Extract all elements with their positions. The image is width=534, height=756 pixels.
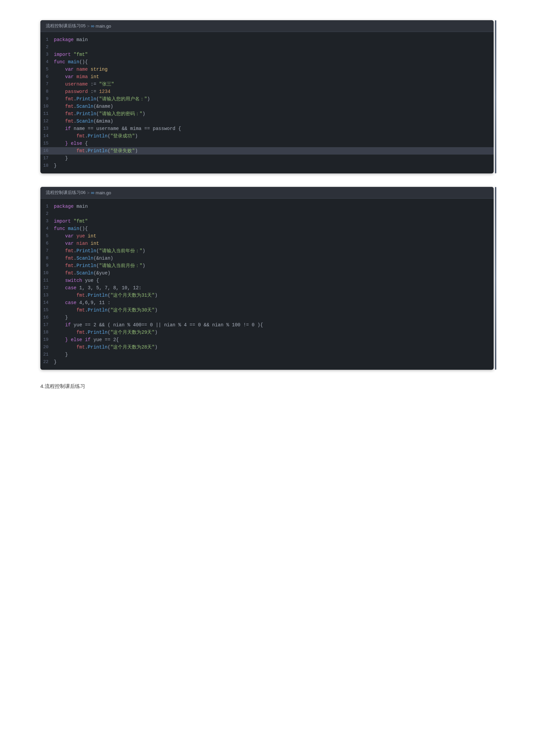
token-plain: . <box>85 293 87 298</box>
code-content-2: 1package main2 3import "fmt"4func main()… <box>40 199 494 370</box>
line-content: fmt.Println("这个月天数为31天") <box>54 292 488 299</box>
token-plain: . <box>74 111 76 117</box>
line-content: fmt.Println("登录失败") <box>54 147 488 155</box>
token-var: password <box>65 89 88 94</box>
token-plain: } <box>54 359 57 365</box>
token-plain: . <box>85 307 87 313</box>
code-line: 3import "fmt" <box>40 218 494 225</box>
token-plain: 1, 3, 5, 7, 8, 10, 12: <box>76 285 141 291</box>
token-plain <box>54 293 76 298</box>
line-content: fmt.Scanln(&yue) <box>54 269 488 277</box>
line-number: 19 <box>40 336 54 343</box>
token-kw: var <box>65 233 74 239</box>
token-plain <box>74 67 76 72</box>
code-line: 1package main <box>40 203 494 210</box>
line-content: } <box>54 358 488 366</box>
token-plain: ) <box>155 330 157 335</box>
token-kw: var <box>65 67 74 72</box>
infinity-icon-2: ∞ <box>91 190 94 195</box>
line-number: 18 <box>40 162 54 169</box>
line-number: 12 <box>40 118 54 125</box>
line-content: fmt.Println("请输入您的密码：") <box>54 110 488 118</box>
line-content: func main(){ <box>54 58 488 66</box>
line-number: 12 <box>40 284 54 292</box>
token-plain: yue == 2{ <box>91 337 119 342</box>
line-number: 2 <box>40 210 54 218</box>
breadcrumb-sep-1: > <box>87 24 90 29</box>
line-content: username := "张三" <box>54 80 488 88</box>
code-line: 19 } else if yue == 2{ <box>40 336 494 343</box>
breadcrumb-sep-2: > <box>87 190 90 195</box>
code-line: 9 fmt.Println("请输入您的用户名：") <box>40 95 494 103</box>
token-plain <box>65 226 68 231</box>
token-str: "这个月天数为29天" <box>110 330 155 335</box>
token-var: mima <box>76 74 88 79</box>
token-fn: Println <box>88 293 108 298</box>
line-number: 5 <box>40 232 54 240</box>
code-line: 4func main(){ <box>40 225 494 232</box>
code-line: 20 fmt.Println("这个月天数为28天") <box>40 343 494 351</box>
token-fn: Println <box>88 148 108 154</box>
token-plain <box>88 241 91 246</box>
code-content-1: 1package main2 3import "fmt"4func main()… <box>40 32 494 173</box>
code-line: 15 fmt.Println("这个月天数为30天") <box>40 306 494 314</box>
line-content: fmt.Scanln(&nian) <box>54 255 488 262</box>
code-line: 18} <box>40 162 494 169</box>
token-plain <box>54 133 76 139</box>
token-kw-type: int <box>91 74 99 79</box>
code-line: 12 case 1, 3, 5, 7, 8, 10, 12: <box>40 284 494 292</box>
token-pkg: fmt <box>76 307 85 313</box>
line-number: 7 <box>40 247 54 255</box>
line-number: 2 <box>40 43 54 51</box>
token-fn: main <box>68 226 79 231</box>
token-plain: (&name) <box>94 104 113 109</box>
line-content: func main(){ <box>54 225 488 232</box>
token-fn: Println <box>88 307 108 313</box>
token-kw-type: string <box>91 67 107 72</box>
token-kw: package <box>54 37 74 42</box>
line-content: } else if yue == 2{ <box>54 336 488 343</box>
token-plain: yue { <box>82 278 99 283</box>
code-line: 11 fmt.Println("请输入您的密码：") <box>40 110 494 118</box>
token-plain: := <box>88 81 99 87</box>
token-str: "这个月天数为30天" <box>110 307 155 313</box>
line-content: case 1, 3, 5, 7, 8, 10, 12: <box>54 284 488 292</box>
token-plain <box>54 81 65 87</box>
line-number: 7 <box>40 80 54 88</box>
token-plain <box>54 285 65 291</box>
code-line: 1package main <box>40 36 494 43</box>
line-content: fmt.Println("请输入当前年份：") <box>54 247 488 255</box>
token-str: "fmt" <box>74 219 88 224</box>
token-kw: import <box>54 219 71 224</box>
line-number: 16 <box>40 147 54 155</box>
token-kw: } <box>65 141 68 146</box>
line-number: 8 <box>40 255 54 262</box>
line-number: 11 <box>40 277 54 284</box>
token-plain: main <box>74 37 88 42</box>
line-number: 11 <box>40 110 54 118</box>
token-plain: . <box>85 344 87 350</box>
token-fn: Println <box>88 330 108 335</box>
line-content: if name == username && mima == password … <box>54 125 488 132</box>
token-pkg: fmt <box>65 263 74 268</box>
line-content: if yue == 2 && ( nian % 400== 0 || nian … <box>54 321 488 329</box>
token-plain <box>54 241 65 246</box>
token-plain: 4,6,9, 11 : <box>76 300 110 305</box>
code-line: 18 fmt.Println("这个月天数为29天") <box>40 329 494 336</box>
token-plain: (&yue) <box>94 270 110 276</box>
token-plain <box>71 52 73 57</box>
line-number: 4 <box>40 225 54 232</box>
code-line: 7 fmt.Println("请输入当前年份：") <box>40 247 494 255</box>
token-plain: ( <box>108 330 110 335</box>
token-fn: Println <box>76 111 96 117</box>
token-plain <box>54 322 65 328</box>
line-content <box>54 43 488 51</box>
code-line: 21 } <box>40 351 494 358</box>
token-str: "请输入当前月份：" <box>99 263 142 268</box>
line-content: fmt.Scanln(&mima) <box>54 118 488 125</box>
token-fn: Println <box>88 344 108 350</box>
token-plain: := <box>88 89 99 94</box>
token-plain: } <box>54 352 68 357</box>
code-editor-1: 流程控制课后练习05 > ∞ main.go 1package main2 3i… <box>40 20 494 173</box>
token-kw-type: int <box>88 233 96 239</box>
